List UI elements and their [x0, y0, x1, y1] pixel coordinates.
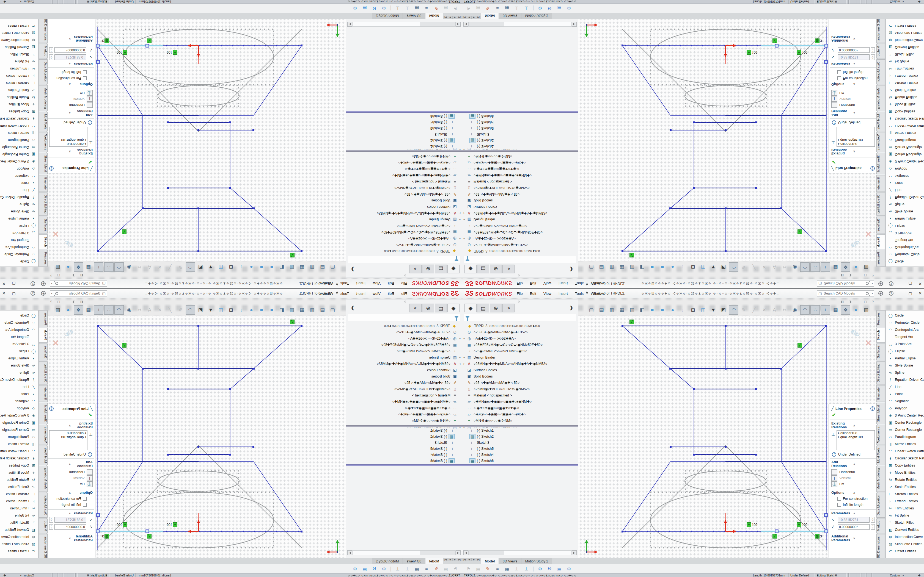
expand-arrow-icon[interactable]: ▸ [462, 356, 466, 359]
restore-button[interactable]: ▢ [906, 289, 914, 298]
tree-row-sketch5[interactable]: ∟(-) Sketch5 [462, 125, 578, 131]
panel-tabs-more-icon[interactable]: ❯ [351, 267, 354, 272]
units-dropdown[interactable]: Custom▲ [11, 574, 36, 577]
relation-badge-coincident[interactable]: ╱ [798, 229, 802, 234]
relations-listbox[interactable]: Collinear108Equal length109 [49, 127, 87, 147]
menu-item-offset-entities[interactable]: ⊂Offset Entities [886, 548, 924, 555]
menu-item-point[interactable]: ▪Point [0, 179, 38, 187]
menu-item-centerpoint-arc[interactable]: ◠Centerpoint Arc [0, 244, 38, 251]
menu-item-line[interactable]: ╱Line [886, 187, 924, 194]
spinner[interactable]: ▲▼ [49, 524, 53, 530]
menu-item-silhouette-entities[interactable]: ◍Silhouette Entities [0, 29, 38, 37]
doc-dock-left-button[interactable]: ◧ [79, 299, 84, 304]
commandmanager-tab-5[interactable]: Evaluate [39, 175, 48, 192]
tree-row-design-binder[interactable]: ▸▥Design Binder [462, 354, 578, 361]
menu-2[interactable]: Edit [387, 291, 395, 296]
paintbrush-icon[interactable]: ✎ [433, 5, 440, 12]
grid-visibility-icon[interactable]: ▦ [831, 263, 840, 272]
tree-row-design-binder[interactable]: ▸▥Design Binder [346, 354, 462, 361]
menu-item-point[interactable]: ▪Point [886, 179, 924, 187]
menu-item-sketch-fillet[interactable]: ◝Sketch Fillet [0, 519, 38, 526]
spinner[interactable]: ▲▼ [871, 517, 875, 522]
rollback-bar[interactable] [346, 464, 462, 466]
menu-item-intersection-curve[interactable]: ⊛Intersection Curve [0, 37, 38, 44]
cam-clock-check-icon[interactable]: Θ [371, 5, 378, 12]
cam-clock-check-icon[interactable]: Θ [546, 565, 553, 572]
tree-split-bar[interactable] [346, 425, 462, 427]
search-dropdown-icon[interactable]: ▾ [51, 292, 54, 295]
menu-item-point[interactable]: ▪Point [0, 390, 38, 398]
search-box[interactable]: ◫ ▾ [817, 290, 874, 297]
spinner[interactable]: ▲▼ [49, 55, 53, 60]
tree-split-bar[interactable] [462, 150, 578, 152]
line-tool-icon[interactable]: ╱ [165, 305, 174, 314]
grid-visibility-icon[interactable]: ▦ [84, 305, 93, 314]
doc-restore-button[interactable]: ▢ [56, 273, 61, 278]
menu-item-center-rectangle[interactable]: ▣Center Rectangle [0, 151, 38, 158]
separator[interactable]: ❘ [532, 565, 534, 572]
commandmanager-tab-2[interactable]: Sketch [39, 328, 48, 343]
tab-displaymanager[interactable]: ◑ [502, 264, 515, 273]
menu-item-move-entities[interactable]: +Move Entities [886, 101, 924, 108]
checkbox[interactable] [83, 503, 87, 507]
menu-item-line[interactable]: ╱Line [0, 383, 38, 390]
scroll-right-button[interactable]: ▶ [572, 550, 577, 555]
menu-item-silhouette-entities[interactable]: ◍Silhouette Entities [886, 540, 924, 548]
commandmanager-tab-10[interactable]: Data Migration [39, 60, 48, 84]
commandmanager-tab-8[interactable]: Mold Tools [876, 446, 885, 465]
sketch-pencil-icon[interactable]: ✎ [739, 305, 748, 314]
dimension-icon[interactable]: ⊥ [523, 565, 530, 572]
tree-row-history[interactable]: Θ○253Ε✚◦◉ΛΑΦ○◦○ΦΑΛ◉◦✚Ε352○ [346, 242, 462, 248]
quick-access-toolbar[interactable]: ⊙ Ж ⊙ Ш ⊙ ⊙ ⊙ ✚ ⊙ ⊃C ⊙ Ж ⊙ ∙ ⊙ 25 ⊙ ♟ ⊙ … [109, 289, 283, 298]
paintbrush-icon[interactable]: ✎ [433, 565, 440, 572]
minimize-button[interactable]: — [19, 279, 28, 288]
layers-icon[interactable]: ▤ [475, 565, 482, 572]
menu-item-fit-spline[interactable]: ∿Fit Spline [0, 58, 38, 65]
angle-parameter-field[interactable]: ∠0.00000000°▲▼ [831, 47, 875, 53]
parameters-header[interactable]: Parameters∧ [831, 511, 875, 515]
expand-arrow-icon[interactable]: ▸ [462, 218, 466, 221]
search-box[interactable]: ◫ ▾ [817, 280, 874, 287]
zebra-stripes-icon[interactable]: ◩ [719, 305, 728, 314]
cylinder-icon[interactable]: ● [668, 263, 677, 272]
tab-dimxpertmanager[interactable]: ⊕ [490, 264, 502, 273]
cam-options-gear-icon[interactable]: ⚙ [565, 5, 573, 12]
option-checkbox-2[interactable]: Infinite length [831, 69, 875, 75]
commandmanager-tab-8[interactable]: Mold Tools [876, 112, 885, 131]
wireframe-view-icon[interactable]: ▢ [328, 305, 338, 314]
menu-item-move-entities[interactable]: +Move Entities [0, 469, 38, 476]
menu-item-3-point-arc[interactable]: ◡3 Point Arc [0, 229, 38, 237]
relation-badge-equal[interactable]: =109 [746, 522, 758, 527]
menu-item-polygon[interactable]: ◇Polygon [0, 405, 38, 412]
section-view-icon[interactable]: ◫ [216, 305, 226, 314]
tab-displaymanager[interactable]: ◑ [409, 304, 422, 313]
solid-cube-2-icon[interactable]: ■ [658, 305, 667, 314]
tree-split-bar[interactable] [462, 425, 578, 427]
commandmanager-tab-6[interactable]: Sheet Metal [876, 153, 885, 174]
doc-close-button[interactable]: ✕ [48, 273, 53, 278]
existing-relations-header[interactable]: Existing Relations∧ [49, 421, 93, 429]
tab-nav-button-1[interactable]: |◀ [462, 558, 467, 564]
doc-dock-left-button[interactable]: ◧ [79, 273, 84, 278]
collapse-caret-icon[interactable]: ∧ [853, 424, 875, 427]
erase-icon[interactable]: ✕ [759, 263, 769, 272]
menu-2[interactable]: Edit [387, 281, 395, 286]
menu-item-parallelogram[interactable]: ▱Parallelogram [886, 137, 924, 144]
scroll-track[interactable] [352, 550, 456, 555]
doc-close-button[interactable]: ✕ [871, 273, 876, 278]
exit-sketch-icon[interactable]: ✎ [850, 236, 861, 250]
relation-vertical-button[interactable]: ❘Vertical [831, 96, 875, 102]
tree-row-right-plane[interactable]: ▱○✚Ж9◦∙○✚◉▣○◦○▣◉✚○∙◦9Ж✚○ [462, 160, 578, 166]
cylinder-icon[interactable]: ● [247, 263, 256, 272]
panel-tabs-more-icon[interactable]: ❯ [570, 267, 573, 272]
account-button[interactable]: ◉ [39, 279, 48, 288]
close-button[interactable]: ✕ [916, 289, 924, 298]
menu-item-trim-entities[interactable]: ✂Trim Entities [886, 505, 924, 512]
scissors-trim-icon[interactable]: ✂ [780, 263, 789, 272]
tree-row-surface-bodies[interactable]: ◪Surface Bodies [462, 367, 578, 373]
collapse-caret-icon[interactable]: ∧ [49, 463, 71, 466]
collapse-caret-icon[interactable]: ∧ [49, 111, 71, 115]
tab-propertymanager[interactable]: ▤ [477, 304, 489, 313]
shaded-with-edges-icon[interactable]: ▦ [297, 305, 307, 314]
wireframe-view-icon[interactable]: ▢ [328, 263, 338, 272]
